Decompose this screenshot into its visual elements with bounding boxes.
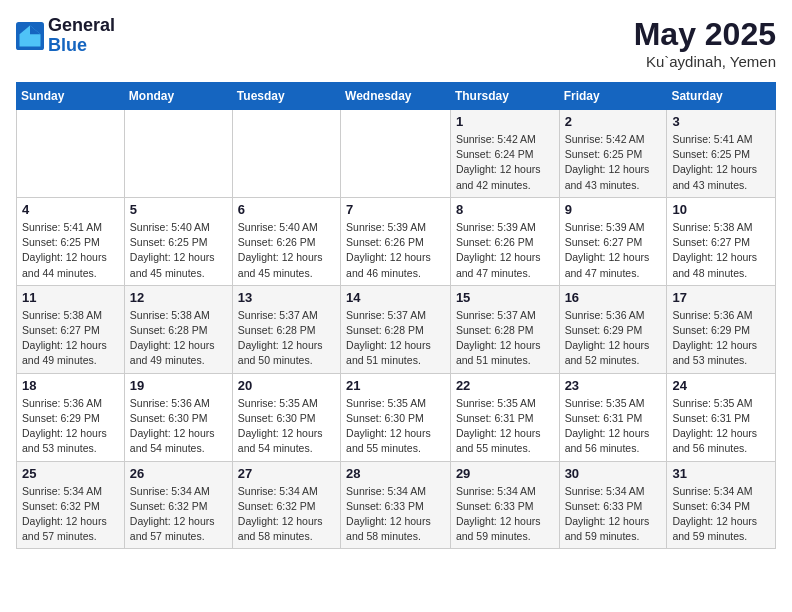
day-number: 12: [130, 290, 227, 305]
day-number: 2: [565, 114, 662, 129]
logo-line2: Blue: [48, 36, 115, 56]
calendar-cell: 18Sunrise: 5:36 AM Sunset: 6:29 PM Dayli…: [17, 373, 125, 461]
week-row-4: 18Sunrise: 5:36 AM Sunset: 6:29 PM Dayli…: [17, 373, 776, 461]
day-number: 31: [672, 466, 770, 481]
calendar-cell: [341, 110, 451, 198]
week-row-1: 1Sunrise: 5:42 AM Sunset: 6:24 PM Daylig…: [17, 110, 776, 198]
day-number: 19: [130, 378, 227, 393]
calendar-cell: 8Sunrise: 5:39 AM Sunset: 6:26 PM Daylig…: [450, 197, 559, 285]
calendar-cell: 3Sunrise: 5:41 AM Sunset: 6:25 PM Daylig…: [667, 110, 776, 198]
calendar-cell: 13Sunrise: 5:37 AM Sunset: 6:28 PM Dayli…: [232, 285, 340, 373]
calendar-cell: 14Sunrise: 5:37 AM Sunset: 6:28 PM Dayli…: [341, 285, 451, 373]
day-number: 6: [238, 202, 335, 217]
header-sunday: Sunday: [17, 83, 125, 110]
day-info: Sunrise: 5:40 AM Sunset: 6:26 PM Dayligh…: [238, 220, 335, 281]
week-row-3: 11Sunrise: 5:38 AM Sunset: 6:27 PM Dayli…: [17, 285, 776, 373]
header-tuesday: Tuesday: [232, 83, 340, 110]
calendar-cell: 27Sunrise: 5:34 AM Sunset: 6:32 PM Dayli…: [232, 461, 340, 549]
day-number: 8: [456, 202, 554, 217]
day-info: Sunrise: 5:36 AM Sunset: 6:29 PM Dayligh…: [22, 396, 119, 457]
day-info: Sunrise: 5:36 AM Sunset: 6:29 PM Dayligh…: [565, 308, 662, 369]
calendar-cell: 20Sunrise: 5:35 AM Sunset: 6:30 PM Dayli…: [232, 373, 340, 461]
header-monday: Monday: [124, 83, 232, 110]
week-row-2: 4Sunrise: 5:41 AM Sunset: 6:25 PM Daylig…: [17, 197, 776, 285]
calendar-cell: [17, 110, 125, 198]
day-info: Sunrise: 5:37 AM Sunset: 6:28 PM Dayligh…: [346, 308, 445, 369]
day-info: Sunrise: 5:38 AM Sunset: 6:28 PM Dayligh…: [130, 308, 227, 369]
calendar-cell: 7Sunrise: 5:39 AM Sunset: 6:26 PM Daylig…: [341, 197, 451, 285]
day-number: 22: [456, 378, 554, 393]
logo: General Blue: [16, 16, 115, 56]
calendar-cell: 29Sunrise: 5:34 AM Sunset: 6:33 PM Dayli…: [450, 461, 559, 549]
day-number: 13: [238, 290, 335, 305]
day-info: Sunrise: 5:41 AM Sunset: 6:25 PM Dayligh…: [22, 220, 119, 281]
day-number: 7: [346, 202, 445, 217]
day-info: Sunrise: 5:34 AM Sunset: 6:33 PM Dayligh…: [456, 484, 554, 545]
calendar-cell: 28Sunrise: 5:34 AM Sunset: 6:33 PM Dayli…: [341, 461, 451, 549]
calendar-cell: 1Sunrise: 5:42 AM Sunset: 6:24 PM Daylig…: [450, 110, 559, 198]
day-info: Sunrise: 5:34 AM Sunset: 6:32 PM Dayligh…: [238, 484, 335, 545]
calendar-cell: 2Sunrise: 5:42 AM Sunset: 6:25 PM Daylig…: [559, 110, 667, 198]
day-number: 9: [565, 202, 662, 217]
day-number: 26: [130, 466, 227, 481]
calendar-cell: [124, 110, 232, 198]
day-info: Sunrise: 5:37 AM Sunset: 6:28 PM Dayligh…: [456, 308, 554, 369]
day-info: Sunrise: 5:39 AM Sunset: 6:26 PM Dayligh…: [456, 220, 554, 281]
day-number: 5: [130, 202, 227, 217]
day-number: 15: [456, 290, 554, 305]
calendar-cell: 12Sunrise: 5:38 AM Sunset: 6:28 PM Dayli…: [124, 285, 232, 373]
day-number: 24: [672, 378, 770, 393]
month-title: May 2025: [634, 16, 776, 53]
calendar-cell: 6Sunrise: 5:40 AM Sunset: 6:26 PM Daylig…: [232, 197, 340, 285]
calendar-cell: 30Sunrise: 5:34 AM Sunset: 6:33 PM Dayli…: [559, 461, 667, 549]
day-number: 4: [22, 202, 119, 217]
day-number: 20: [238, 378, 335, 393]
day-info: Sunrise: 5:35 AM Sunset: 6:31 PM Dayligh…: [456, 396, 554, 457]
day-number: 3: [672, 114, 770, 129]
day-info: Sunrise: 5:42 AM Sunset: 6:24 PM Dayligh…: [456, 132, 554, 193]
calendar-cell: 25Sunrise: 5:34 AM Sunset: 6:32 PM Dayli…: [17, 461, 125, 549]
day-number: 14: [346, 290, 445, 305]
calendar-cell: 9Sunrise: 5:39 AM Sunset: 6:27 PM Daylig…: [559, 197, 667, 285]
day-info: Sunrise: 5:34 AM Sunset: 6:34 PM Dayligh…: [672, 484, 770, 545]
day-number: 1: [456, 114, 554, 129]
day-number: 30: [565, 466, 662, 481]
calendar-header-row: SundayMondayTuesdayWednesdayThursdayFrid…: [17, 83, 776, 110]
day-info: Sunrise: 5:42 AM Sunset: 6:25 PM Dayligh…: [565, 132, 662, 193]
calendar-cell: 17Sunrise: 5:36 AM Sunset: 6:29 PM Dayli…: [667, 285, 776, 373]
calendar-cell: 4Sunrise: 5:41 AM Sunset: 6:25 PM Daylig…: [17, 197, 125, 285]
day-info: Sunrise: 5:34 AM Sunset: 6:32 PM Dayligh…: [22, 484, 119, 545]
day-info: Sunrise: 5:36 AM Sunset: 6:29 PM Dayligh…: [672, 308, 770, 369]
header-thursday: Thursday: [450, 83, 559, 110]
day-info: Sunrise: 5:35 AM Sunset: 6:31 PM Dayligh…: [565, 396, 662, 457]
header-saturday: Saturday: [667, 83, 776, 110]
day-info: Sunrise: 5:34 AM Sunset: 6:32 PM Dayligh…: [130, 484, 227, 545]
calendar-cell: 5Sunrise: 5:40 AM Sunset: 6:25 PM Daylig…: [124, 197, 232, 285]
day-number: 27: [238, 466, 335, 481]
day-info: Sunrise: 5:34 AM Sunset: 6:33 PM Dayligh…: [346, 484, 445, 545]
calendar-cell: 23Sunrise: 5:35 AM Sunset: 6:31 PM Dayli…: [559, 373, 667, 461]
day-number: 17: [672, 290, 770, 305]
calendar-cell: 22Sunrise: 5:35 AM Sunset: 6:31 PM Dayli…: [450, 373, 559, 461]
calendar-cell: 11Sunrise: 5:38 AM Sunset: 6:27 PM Dayli…: [17, 285, 125, 373]
day-number: 10: [672, 202, 770, 217]
day-info: Sunrise: 5:40 AM Sunset: 6:25 PM Dayligh…: [130, 220, 227, 281]
calendar-cell: 31Sunrise: 5:34 AM Sunset: 6:34 PM Dayli…: [667, 461, 776, 549]
day-number: 28: [346, 466, 445, 481]
day-info: Sunrise: 5:35 AM Sunset: 6:31 PM Dayligh…: [672, 396, 770, 457]
day-info: Sunrise: 5:36 AM Sunset: 6:30 PM Dayligh…: [130, 396, 227, 457]
calendar-cell: 24Sunrise: 5:35 AM Sunset: 6:31 PM Dayli…: [667, 373, 776, 461]
day-number: 11: [22, 290, 119, 305]
week-row-5: 25Sunrise: 5:34 AM Sunset: 6:32 PM Dayli…: [17, 461, 776, 549]
calendar-cell: 10Sunrise: 5:38 AM Sunset: 6:27 PM Dayli…: [667, 197, 776, 285]
day-number: 16: [565, 290, 662, 305]
day-info: Sunrise: 5:38 AM Sunset: 6:27 PM Dayligh…: [22, 308, 119, 369]
day-number: 23: [565, 378, 662, 393]
day-info: Sunrise: 5:38 AM Sunset: 6:27 PM Dayligh…: [672, 220, 770, 281]
calendar-cell: 19Sunrise: 5:36 AM Sunset: 6:30 PM Dayli…: [124, 373, 232, 461]
logo-line1: General: [48, 16, 115, 36]
logo-icon: [16, 22, 44, 50]
calendar-cell: 21Sunrise: 5:35 AM Sunset: 6:30 PM Dayli…: [341, 373, 451, 461]
day-info: Sunrise: 5:37 AM Sunset: 6:28 PM Dayligh…: [238, 308, 335, 369]
calendar-table: SundayMondayTuesdayWednesdayThursdayFrid…: [16, 82, 776, 549]
